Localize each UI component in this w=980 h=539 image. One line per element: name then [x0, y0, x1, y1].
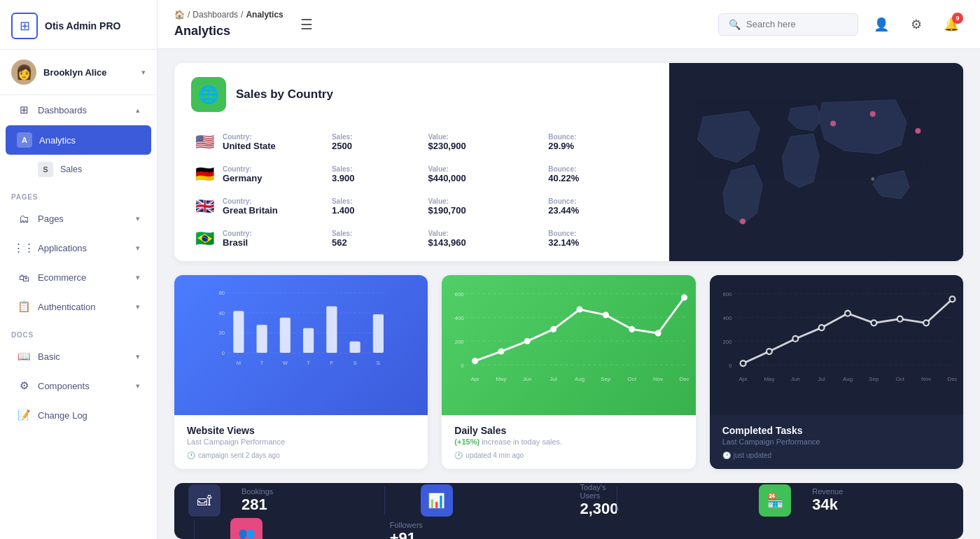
breadcrumb-dashboards: Dashboards [192, 10, 238, 20]
content-area: 🌐 Sales by Country 🇺🇸 Country: United St… [158, 49, 980, 539]
svg-text:T: T [307, 360, 310, 366]
bookings-icon: 🛋 [188, 484, 220, 517]
svg-point-36 [498, 349, 504, 354]
divider [194, 520, 195, 539]
users-label: Today's Users [580, 483, 600, 500]
svg-text:T: T [260, 360, 264, 366]
followers-icon: 👥 [230, 518, 262, 539]
svg-text:Jun: Jun [791, 376, 800, 382]
user-icon[interactable]: 👤 [869, 13, 893, 36]
notifications-icon[interactable]: 🔔 9 [939, 13, 963, 36]
table-row: 🇬🇧 Country: Great Britain Sales: 1.400 V… [191, 190, 652, 223]
world-map [669, 63, 963, 261]
sidebar-item-basic[interactable]: 📖 Basic ▾ [6, 342, 151, 370]
svg-text:Oct: Oct [895, 376, 904, 382]
svg-rect-18 [350, 342, 360, 353]
website-views-footer-text: campaign sent 2 days ago [198, 451, 280, 459]
changelog-icon: 📝 [17, 408, 31, 422]
menu-toggle-icon[interactable]: ☰ [300, 16, 313, 33]
auth-icon: 📋 [17, 300, 31, 314]
completed-tasks-footer-text: just updated [734, 451, 772, 459]
components-label: Components [38, 381, 90, 391]
analytics-badge: A [17, 132, 32, 148]
svg-text:0: 0 [729, 363, 732, 369]
svg-point-69 [949, 296, 955, 302]
sidebar-item-sales[interactable]: S Sales [6, 156, 151, 183]
main-content: 🏠 / Dashboards / Analytics Analytics ☰ 🔍… [158, 0, 980, 539]
svg-rect-14 [257, 325, 267, 353]
ecommerce-icon: 🛍 [17, 270, 31, 284]
completed-tasks-info: Completed Tasks Last Campaign Performanc… [710, 415, 963, 469]
svg-point-62 [766, 349, 772, 354]
sidebar-item-ecommerce[interactable]: 🛍 Ecommerce ▾ [6, 263, 151, 291]
sidebar-item-analytics[interactable]: A Analytics [6, 125, 151, 155]
brand: ⊞ Otis Admin PRO [0, 0, 157, 50]
header: 🏠 / Dashboards / Analytics Analytics ☰ 🔍… [158, 0, 980, 49]
sidebar-item-applications[interactable]: ⋮⋮ Applications ▾ [6, 234, 151, 262]
svg-text:40: 40 [218, 310, 224, 316]
settings-icon[interactable]: ⚙ [904, 13, 928, 36]
table-row: 🇧🇷 Country: Brasil Sales: 562 Value: $14… [191, 223, 652, 255]
svg-text:0: 0 [461, 363, 465, 369]
globe-icon-box: 🌐 [191, 77, 226, 112]
country-flag: 🇺🇸 [195, 133, 214, 150]
svg-point-38 [551, 326, 556, 332]
followers-label: Followers [390, 521, 410, 529]
page-title: Analytics [174, 24, 230, 38]
users-icon: 📊 [421, 484, 453, 517]
svg-text:Jun: Jun [523, 376, 532, 382]
sales-header: 🌐 Sales by Country [191, 77, 652, 112]
revenue-info: Revenue 34k [801, 487, 949, 514]
table-row: 🇺🇸 Country: United State Sales: 2500 Val… [191, 126, 652, 158]
bookings-value: 281 [241, 496, 368, 514]
svg-text:600: 600 [722, 291, 732, 298]
website-views-subtitle: Last Campaign Performance [187, 438, 415, 446]
svg-text:Nov: Nov [653, 376, 663, 382]
components-icon: ⚙ [17, 379, 31, 393]
followers-info: Followers +91 [379, 521, 421, 539]
svg-text:S: S [377, 360, 380, 366]
daily-sales-svg: 600 400 200 0 [442, 275, 695, 415]
svg-rect-17 [326, 307, 337, 354]
sidebar-item-changelog[interactable]: 📝 Change Log [6, 401, 151, 429]
svg-point-61 [740, 360, 746, 366]
followers-value: +91 [390, 529, 410, 539]
completed-tasks-title: Completed Tasks [722, 425, 951, 436]
daily-sales-footer: 🕐 updated 4 min ago [454, 451, 682, 459]
sidebar-item-authentication[interactable]: 📋 Authentication ▾ [6, 293, 151, 321]
svg-text:M: M [237, 360, 241, 366]
users-value: 2,300 [580, 500, 600, 518]
sidebar-item-pages[interactable]: 🗂 Pages ▾ [6, 204, 151, 232]
svg-point-37 [525, 338, 531, 344]
search-box[interactable]: 🔍 [718, 13, 858, 36]
svg-text:20: 20 [218, 330, 224, 336]
sidebar-item-dashboards[interactable]: ⊞ Dashboards ▴ [6, 96, 151, 124]
website-views-title: Website Views [187, 425, 415, 436]
completed-tasks-card: 600 400 200 0 [710, 275, 963, 469]
svg-text:S: S [354, 360, 357, 366]
svg-text:W: W [283, 360, 288, 366]
completed-tasks-footer: 🕐 just updated [722, 451, 951, 459]
charts-row: 60 40 20 0 [174, 275, 963, 469]
svg-point-0 [830, 121, 836, 127]
search-input[interactable] [746, 19, 848, 29]
pages-label: Pages [38, 214, 64, 224]
svg-point-35 [472, 358, 478, 364]
pages-icon: 🗂 [17, 211, 31, 225]
breadcrumb-nav: 🏠 / Dashboards / Analytics [174, 10, 284, 20]
svg-text:600: 600 [455, 291, 465, 298]
svg-text:Sep: Sep [869, 376, 879, 382]
authentication-label: Authentication [38, 302, 95, 312]
world-map-svg [669, 63, 963, 261]
chevron-down-icon: ▾ [136, 214, 140, 223]
revenue-label: Revenue [812, 487, 938, 496]
svg-point-43 [682, 295, 687, 300]
user-profile[interactable]: 👩 Brooklyn Alice ▾ [0, 50, 157, 95]
clock-icon: 🕐 [454, 451, 463, 459]
svg-text:Sep: Sep [601, 376, 612, 382]
notification-badge: 9 [952, 13, 963, 24]
country-flag: 🇧🇷 [195, 230, 214, 247]
ecommerce-label: Ecommerce [38, 272, 86, 283]
sidebar-item-components[interactable]: ⚙ Components ▾ [6, 372, 151, 400]
svg-text:F: F [330, 360, 334, 366]
